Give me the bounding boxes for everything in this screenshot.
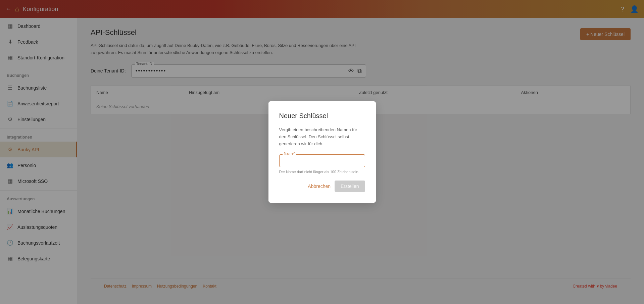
cancel-button[interactable]: Abbrechen (308, 184, 331, 189)
modal-description: Vergib einen beschreibenden Namen für de… (279, 126, 365, 147)
modal-overlay[interactable]: Neuer Schlüssel Vergib einen beschreiben… (0, 0, 644, 304)
modal-name-input[interactable] (279, 154, 365, 167)
modal-title: Neuer Schlüssel (279, 112, 365, 120)
modal-dialog: Neuer Schlüssel Vergib einen beschreiben… (268, 101, 376, 202)
modal-name-label: Name* (283, 151, 297, 155)
create-button[interactable]: Erstellen (335, 181, 365, 192)
modal-hint: Der Name darf nicht länger als 100 Zeich… (279, 170, 365, 174)
modal-name-field: Name* (279, 154, 365, 167)
modal-actions: Abbrechen Erstellen (279, 181, 365, 192)
